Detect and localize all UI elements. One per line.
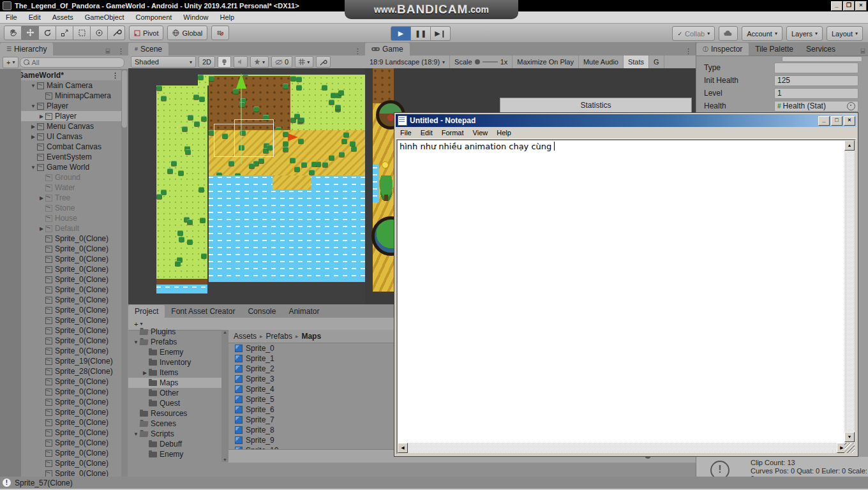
hierarchy-row[interactable]: Sprite_0(Clone): [21, 295, 121, 305]
audio-toggle[interactable]: [234, 56, 248, 68]
hierarchy-row[interactable]: ▼Game World: [21, 162, 121, 172]
tab-game[interactable]: Game: [365, 43, 410, 56]
project-tree-scrollbar[interactable]: ▲ ▼: [221, 330, 228, 462]
hierarchy-row[interactable]: Sprite_0(Clone): [21, 448, 121, 458]
hierarchy-row[interactable]: Sprite_0(Clone): [21, 417, 121, 427]
expand-closed-icon[interactable]: ▶: [38, 195, 45, 201]
rotate-tool-icon[interactable]: [39, 26, 56, 40]
hierarchy-row[interactable]: Sprite_0(Clone): [21, 264, 121, 274]
tab-animator[interactable]: Animator: [282, 305, 326, 318]
menu-file[interactable]: File: [0, 11, 23, 23]
object-picker-icon[interactable]: [847, 102, 855, 110]
scroll-up-icon[interactable]: ▲: [223, 330, 227, 334]
kebab-menu-icon[interactable]: ⋮: [681, 47, 696, 56]
project-folder-row[interactable]: Enemy: [128, 347, 221, 357]
hierarchy-row[interactable]: ▶UI Canvas: [21, 131, 121, 142]
add-object-button[interactable]: + ▾: [3, 57, 19, 68]
notepad-menu-help[interactable]: Help: [492, 129, 516, 137]
hierarchy-row[interactable]: ▶Default: [21, 223, 121, 234]
hierarchy-row[interactable]: Sprite_0(Clone): [21, 376, 121, 387]
menu-window[interactable]: Window: [177, 11, 214, 23]
hierarchy-search-input[interactable]: All: [20, 57, 124, 68]
close-button[interactable]: ×: [855, 1, 867, 11]
hierarchy-row[interactable]: Sprite_0(Clone): [21, 346, 121, 356]
hierarchy-row[interactable]: Ground: [21, 172, 121, 182]
project-folder-row[interactable]: ▼Scripts: [128, 429, 221, 439]
expand-closed-icon[interactable]: ▶: [29, 124, 37, 130]
custom-tool-icon[interactable]: [108, 26, 125, 40]
notepad-close-button[interactable]: ×: [844, 116, 855, 126]
hierarchy-row[interactable]: MinimapCamera: [21, 91, 121, 101]
project-folder-row[interactable]: ▼Prefabs: [128, 337, 221, 347]
kebab-menu-icon[interactable]: ⋮: [108, 71, 121, 80]
hierarchy-row[interactable]: ▼GameWorld*⋮: [21, 70, 121, 80]
scroll-left-icon[interactable]: ◀: [398, 443, 408, 453]
expand-open-icon[interactable]: ▼: [29, 83, 37, 89]
grid-dropdown[interactable]: ▾: [295, 56, 313, 68]
layers-dropdown[interactable]: Layers ▾: [786, 26, 823, 41]
field-init-health[interactable]: 125: [774, 75, 858, 86]
project-folder-row[interactable]: Inventory: [128, 357, 221, 368]
hierarchy-row[interactable]: Sprite_0(Clone): [21, 438, 121, 448]
lighting-toggle[interactable]: [218, 56, 231, 68]
breadcrumb-item[interactable]: Assets: [234, 332, 257, 341]
hierarchy-row[interactable]: EventSystem: [21, 152, 121, 162]
tab-services[interactable]: Services: [800, 43, 842, 56]
tab-tile-palette[interactable]: Tile Palette: [749, 43, 800, 56]
hierarchy-row[interactable]: Stone: [21, 203, 121, 213]
hierarchy-row[interactable]: Combat Canvas: [21, 142, 121, 152]
hierarchy-row[interactable]: Water: [21, 182, 121, 193]
hierarchy-row[interactable]: Sprite_28(Clone): [21, 366, 121, 376]
hierarchy-row[interactable]: Sprite_0(Clone): [21, 325, 121, 336]
scroll-down-icon[interactable]: ▼: [223, 457, 227, 462]
hierarchy-row[interactable]: Sprite_0(Clone): [21, 234, 121, 244]
scale-tool-icon[interactable]: [56, 26, 73, 40]
project-folder-row[interactable]: Scenes: [128, 419, 221, 429]
tab-inspector[interactable]: ⓘInspector: [696, 43, 749, 56]
hierarchy-row[interactable]: Sprite_0(Clone): [21, 315, 121, 325]
shading-mode-dropdown[interactable]: Shaded ▾: [131, 56, 196, 68]
hierarchy-row[interactable]: Sprite_0(Clone): [21, 458, 121, 468]
expand-closed-icon[interactable]: ▶: [141, 370, 149, 376]
notepad-maximize-button[interactable]: □: [831, 116, 842, 126]
pause-button[interactable]: ❚❚: [411, 26, 431, 41]
resize-grip[interactable]: [844, 443, 855, 453]
breadcrumb-item[interactable]: Maps: [301, 332, 321, 341]
hierarchy-row[interactable]: Sprite_0(Clone): [21, 468, 121, 477]
hierarchy-row[interactable]: ▶Tree: [21, 193, 121, 203]
scroll-down-icon[interactable]: ▼: [844, 432, 855, 442]
notepad-horizontal-scrollbar[interactable]: ◀ ▶: [398, 443, 847, 453]
expand-closed-icon[interactable]: ▶: [38, 114, 45, 119]
expand-open-icon[interactable]: ▼: [132, 431, 140, 437]
notepad-menu-edit[interactable]: Edit: [416, 129, 437, 137]
notepad-vertical-scrollbar[interactable]: ▲ ▼: [844, 140, 855, 442]
tab-project[interactable]: Project: [128, 305, 165, 318]
play-button[interactable]: ▶: [391, 26, 411, 41]
expand-open-icon[interactable]: ▼: [132, 339, 140, 345]
2d-toggle[interactable]: 2D: [198, 56, 215, 68]
collab-dropdown[interactable]: ✓ Collab ▾: [672, 26, 715, 41]
expand-closed-icon[interactable]: ▶: [29, 134, 37, 140]
project-folder-row[interactable]: ▶Items: [128, 368, 221, 378]
project-folder-row[interactable]: Resources: [128, 408, 221, 419]
pivot-toggle[interactable]: Pivot: [129, 26, 163, 40]
rect-tool-icon[interactable]: [73, 26, 91, 40]
project-folder-row[interactable]: Enemy: [128, 449, 221, 459]
project-folder-row[interactable]: Maps: [128, 378, 221, 388]
notepad-menu-file[interactable]: File: [396, 129, 416, 137]
kebab-menu-icon[interactable]: ⋮: [114, 47, 128, 56]
restore-button[interactable]: ❐: [843, 1, 855, 11]
notepad-minimize-button[interactable]: _: [818, 116, 830, 126]
hierarchy-row[interactable]: House: [21, 213, 121, 223]
status-bar[interactable]: ! Sprite_57(Clone): [0, 477, 868, 489]
project-folder-row[interactable]: Debuff: [128, 439, 221, 449]
breadcrumb-item[interactable]: Prefabs: [266, 332, 292, 341]
field-level[interactable]: 1: [774, 88, 858, 99]
kebab-menu-icon[interactable]: ⋮: [350, 47, 365, 56]
hierarchy-row[interactable]: ▶Player: [21, 111, 121, 121]
lock-icon[interactable]: ⌸: [857, 47, 868, 56]
maximize-on-play-toggle[interactable]: Maximize On Play: [513, 56, 579, 68]
hierarchy-row[interactable]: Sprite_0(Clone): [21, 254, 121, 264]
scene-tools-button[interactable]: [316, 56, 331, 68]
hierarchy-row[interactable]: Sprite_19(Clone): [21, 356, 121, 366]
